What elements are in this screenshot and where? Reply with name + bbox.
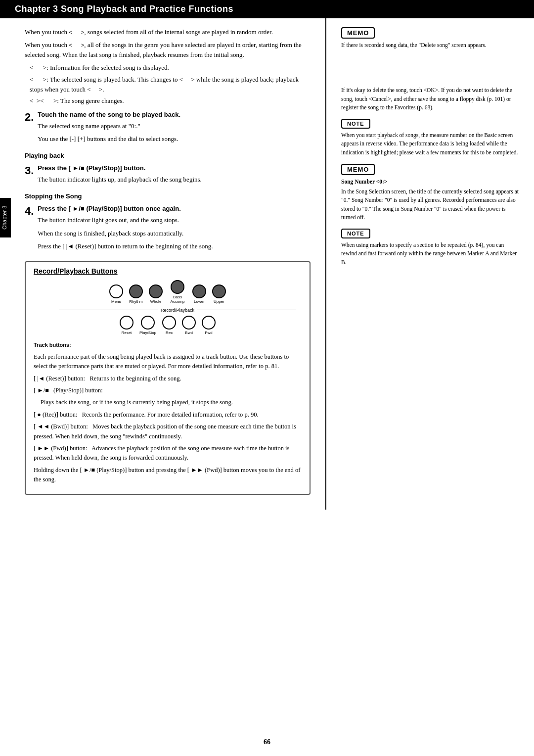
btn-fwd-circle — [202, 316, 216, 330]
btn-rhythm-label: Rhythm — [129, 299, 143, 304]
intro-p1: When you touch < >, songs selected from … — [25, 27, 311, 37]
page-number: 66 — [264, 738, 270, 746]
memo-text-2: If it's okay to delete the song, touch <… — [341, 86, 519, 112]
btn-bwd: Bwd — [182, 316, 196, 335]
memo-header-3: MEMO — [341, 164, 375, 175]
btn-lower-label: Lower — [194, 299, 205, 304]
btn-whole-circle — [149, 284, 163, 298]
btn-bass-circle — [171, 280, 184, 294]
btn-reset-desc: [ |◄ (Reset)] button: Returns to the beg… — [34, 374, 302, 383]
step-2-label: Touch the name of the song to be played … — [38, 111, 180, 118]
btn-reset-circle — [120, 316, 134, 330]
btn-upper-circle — [212, 284, 226, 298]
btn-playstop-detail: Plays back the song, or if the song is c… — [34, 398, 302, 407]
page: Chapter 3 Song Playback and Practice Fun… — [0, 0, 534, 756]
step-2-row: 2. Touch the name of the song to be play… — [25, 111, 311, 147]
btn-bass-label: Bass Accomp — [169, 295, 186, 304]
btn-playstop: Play/Stop — [139, 316, 156, 335]
btn-row-bottom: Reset Play/Stop Rec Bwd — [120, 316, 216, 335]
btn-rec-desc: [ ● (Rec)] button: Records the performan… — [34, 410, 302, 420]
step-3-detail: The button indicator lights up, and play… — [38, 175, 311, 185]
sub-item-1: < >: Information for the selected song i… — [30, 63, 311, 73]
step-3-row: 3. Press the [ ►/■ (Play/Stop)] button. … — [25, 164, 311, 188]
btn-fwd-label: Fwd — [205, 331, 213, 335]
bracket1: < > — [69, 29, 84, 35]
step-4-d2: When the song is finished, playback stop… — [38, 229, 311, 238]
step-3-number: 3. — [25, 164, 34, 177]
btn-menu-label: Menu — [111, 299, 121, 304]
btn-upper-label: Upper — [214, 299, 224, 304]
note-header-2: NOTE — [341, 229, 370, 238]
record-box-title: Record/Playback Buttons — [34, 267, 302, 275]
button-diagram: Menu Rhythm Whole Bass Accomp — [34, 280, 302, 336]
memo-header-1: MEMO — [341, 27, 375, 39]
step-2-detail-1: The selected song name appears at "0:." — [38, 121, 311, 131]
step-4-content: Press the [ ►/■ (Play/Stop)] button once… — [38, 205, 311, 254]
memo-box-1: MEMO If there is recorded song data, the… — [341, 27, 519, 49]
btn-lower: Lower — [192, 284, 206, 304]
step-2-content: Touch the name of the song to be played … — [38, 111, 311, 147]
note-box-2: NOTE When using markers to specify a sec… — [341, 229, 519, 267]
chapter-tab: Chapter 3 — [0, 198, 11, 237]
btn-bwd-desc: [ ◄◄ (Bwd)] button: Moves back the playb… — [34, 422, 302, 441]
btn-row-top: Menu Rhythm Whole Bass Accomp — [109, 280, 226, 304]
memo-box-2: If it's okay to delete the song, touch <… — [341, 86, 519, 112]
step-2-number: 2. — [25, 111, 34, 124]
btn-playstop-desc: [ ►/■ (Play/Stop)] button: — [34, 386, 302, 395]
bracket2: < > — [69, 42, 84, 48]
memo-text-3: In the Song Selection screen, the title … — [341, 188, 519, 222]
note-box-1: NOTE When you start playback of songs, t… — [341, 119, 519, 157]
btn-rhythm: Rhythm — [129, 284, 143, 304]
left-column: When you touch < >, songs selected from … — [0, 18, 326, 510]
btn-holding-desc: Holding down the [ ►/■ (Play/Stop)] butt… — [34, 466, 302, 485]
divider-right — [197, 310, 296, 310]
note-text-1: When you start playback of songs, the me… — [341, 131, 519, 157]
playing-back-heading: Playing back — [25, 152, 311, 159]
memo-title-3: Song Number <0:> — [341, 178, 519, 186]
memo-box-3: MEMO Song Number <0:> In the Song Select… — [341, 164, 519, 222]
step-4-number: 4. — [25, 205, 34, 218]
btn-fwd: Fwd — [202, 316, 216, 335]
step-3-label: Press the [ ►/■ (Play/Stop)] button. — [38, 164, 145, 172]
step-2-detail-2: You use the [-] [+] buttons and the dial… — [38, 134, 311, 144]
btn-bwd-label: Bwd — [185, 331, 193, 335]
chapter-header: Chapter 3 Song Playback and Practice Fun… — [0, 0, 534, 18]
chapter-title: Chapter 3 Song Playback and Practice Fun… — [15, 4, 233, 14]
btn-reset-label: Reset — [121, 331, 132, 335]
step-4-label: Press the [ ►/■ (Play/Stop)] button once… — [38, 205, 180, 212]
btn-rhythm-circle — [129, 284, 143, 298]
record-playback-label: Record/Playback — [161, 308, 194, 313]
btn-whole: Whole — [149, 284, 163, 304]
memo-text-1: If there is recorded song data, the "Del… — [341, 41, 519, 49]
step-3-content: Press the [ ►/■ (Play/Stop)] button. The… — [38, 164, 311, 188]
track-buttons-label: Track buttons: — [34, 341, 302, 349]
sub-item-3: < >< >: The song genre changes. — [30, 96, 311, 106]
btn-whole-label: Whole — [150, 299, 162, 304]
note-text-2: When using markers to specify a section … — [341, 241, 519, 267]
note-header-1: NOTE — [341, 119, 370, 129]
spacer-1 — [341, 56, 519, 86]
track-buttons-desc: Each performance part of the song being … — [34, 352, 302, 372]
btn-upper: Upper — [212, 284, 226, 304]
btn-playstop-circle — [141, 316, 155, 330]
intro-p2: When you touch < >, all of the songs in … — [25, 40, 311, 60]
btn-menu-circle — [109, 284, 123, 298]
step-4-row: 4. Press the [ ►/■ (Play/Stop)] button o… — [25, 205, 311, 254]
btn-rec-circle — [162, 316, 176, 330]
content-area: When you touch < >, songs selected from … — [0, 18, 534, 510]
btn-bwd-circle — [182, 316, 196, 330]
btn-playstop-label: Play/Stop — [139, 331, 156, 335]
divider-left — [59, 310, 158, 310]
btn-reset: Reset — [120, 316, 134, 335]
btn-fwd-desc: [ ►► (Fwd)] button: Advances the playbac… — [34, 444, 302, 463]
track-buttons-strong: Track buttons: — [34, 342, 71, 348]
sub-item-2: < >: The selected song is played back. T… — [30, 75, 311, 94]
stopping-heading: Stopping the Song — [25, 192, 311, 200]
right-column: MEMO If there is recorded song data, the… — [326, 18, 534, 510]
step-4-d1: The button indicator light goes out, and… — [38, 215, 311, 225]
btn-menu: Menu — [109, 284, 123, 304]
btn-lower-circle — [192, 284, 206, 298]
record-playback-box: Record/Playback Buttons Menu Rhythm — [25, 261, 311, 495]
btn-rec: Rec — [162, 316, 176, 335]
step-4-d3: Press the [ |◄ (Reset)] button to return… — [38, 241, 311, 251]
